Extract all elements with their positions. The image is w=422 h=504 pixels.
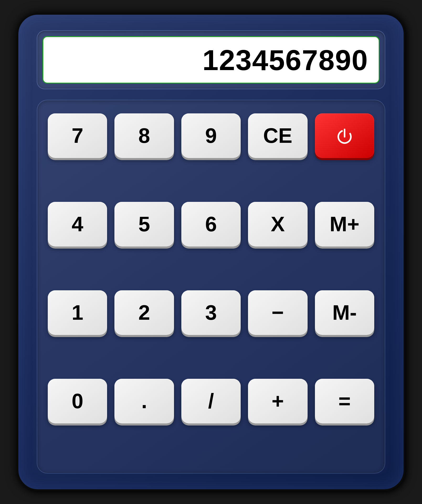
btn-equals[interactable]: = xyxy=(315,379,374,423)
btn-ce[interactable]: CE xyxy=(248,113,307,158)
btn-0[interactable]: 0 xyxy=(48,379,107,423)
btn-power[interactable] xyxy=(315,113,374,158)
btn-7[interactable]: 7 xyxy=(48,113,107,158)
btn-6[interactable]: 6 xyxy=(181,202,241,246)
btn-9[interactable]: 9 xyxy=(181,113,241,158)
btn-5[interactable]: 5 xyxy=(114,202,174,246)
btn-8[interactable]: 8 xyxy=(114,113,174,158)
display-value: 1234567890 xyxy=(202,43,368,77)
btn-3[interactable]: 3 xyxy=(181,290,241,335)
btn-dot[interactable]: . xyxy=(114,379,174,423)
btn-multiply[interactable]: X xyxy=(248,202,307,246)
btn-divide[interactable]: / xyxy=(181,379,241,423)
btn-mminus[interactable]: M- xyxy=(315,290,374,335)
btn-mplus[interactable]: M+ xyxy=(315,202,374,246)
btn-1[interactable]: 1 xyxy=(48,290,107,335)
display-screen: 1234567890 xyxy=(43,36,379,83)
btn-4[interactable]: 4 xyxy=(48,202,107,246)
display-wrapper: 1234567890 xyxy=(37,30,385,89)
btn-minus[interactable]: − xyxy=(248,290,307,335)
buttons-panel: 7 8 9 CE 4 5 6 X M+ xyxy=(37,100,385,474)
btn-plus[interactable]: + xyxy=(248,379,307,423)
calculator-body: 1234567890 7 8 9 CE 4 5 6 xyxy=(17,13,405,491)
btn-2[interactable]: 2 xyxy=(114,290,174,335)
power-icon xyxy=(334,125,355,146)
